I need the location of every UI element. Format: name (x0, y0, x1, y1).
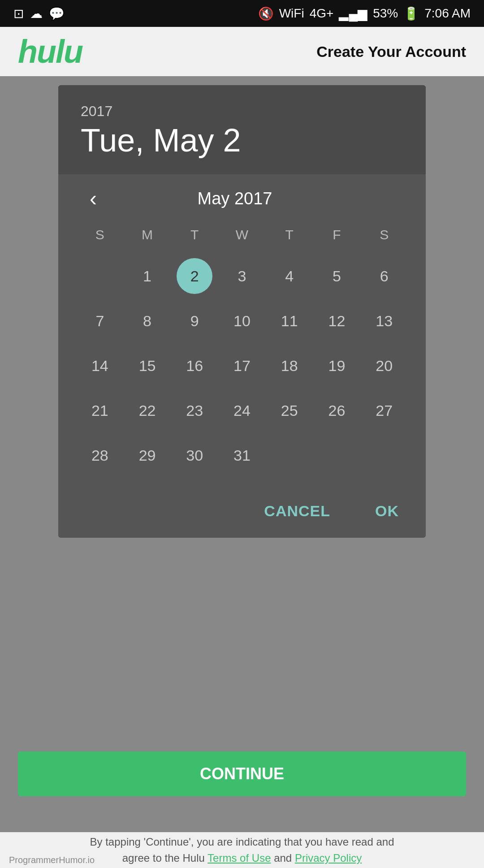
calendar-weekdays: S M T W T F S (76, 223, 408, 247)
hulu-logo: hulu (18, 33, 82, 70)
time-label: 7:06 AM (424, 6, 471, 21)
day-cell-18[interactable]: 18 (266, 345, 313, 386)
day-9[interactable]: 9 (177, 303, 212, 339)
day-29[interactable]: 29 (130, 437, 165, 473)
battery-label: 53% (373, 6, 398, 21)
footer-and: and (274, 852, 295, 864)
day-6[interactable]: 6 (366, 258, 402, 294)
weekday-fri: F (313, 223, 361, 247)
day-cell-7[interactable]: 7 (76, 301, 124, 341)
privacy-policy-link[interactable]: Privacy Policy (295, 852, 362, 864)
day-30[interactable]: 30 (177, 437, 212, 473)
day-cell-5[interactable]: 5 (313, 256, 361, 296)
footer-text-line2: agree to the Hulu Terms of Use and Priva… (90, 850, 394, 866)
day-2-selected[interactable]: 2 (177, 258, 212, 294)
status-icons-right: 🔇 WiFi 4G+ ▂▄▆ 53% 🔋 7:06 AM (258, 6, 471, 21)
day-31[interactable]: 31 (224, 437, 260, 473)
day-empty-3 (360, 435, 408, 475)
battery-icon: 🔋 (403, 6, 419, 21)
day-cell-9[interactable]: 9 (171, 301, 218, 341)
day-cell-25[interactable]: 25 (266, 390, 313, 431)
weekday-sat: S (360, 223, 408, 247)
date-picker-header: 2017 Tue, May 2 (58, 85, 426, 174)
day-cell-16[interactable]: 16 (171, 345, 218, 386)
day-16[interactable]: 16 (177, 348, 212, 384)
day-cell-30[interactable]: 30 (171, 435, 218, 475)
day-cell-15[interactable]: 15 (124, 345, 171, 386)
status-icons-left: ⊡ ☁ 💬 (13, 6, 65, 21)
dialog-actions: CANCEL OK (58, 489, 426, 538)
calendar-nav: ‹ May 2017 (76, 188, 408, 209)
weekday-thu: T (266, 223, 313, 247)
day-cell-21[interactable]: 21 (76, 390, 124, 431)
day-15[interactable]: 15 (130, 348, 165, 384)
day-12[interactable]: 12 (319, 303, 354, 339)
date-picker-year: 2017 (81, 103, 403, 120)
day-27[interactable]: 27 (366, 393, 402, 428)
cancel-button[interactable]: CANCEL (255, 498, 339, 524)
day-cell-12[interactable]: 12 (313, 301, 361, 341)
day-4[interactable]: 4 (272, 258, 307, 294)
day-cell-4[interactable]: 4 (266, 256, 313, 296)
wifi-icon: WiFi (279, 6, 304, 21)
day-cell (76, 256, 124, 296)
day-14[interactable]: 14 (82, 348, 118, 384)
day-3[interactable]: 3 (224, 258, 260, 294)
day-1[interactable]: 1 (130, 258, 165, 294)
day-cell-11[interactable]: 11 (266, 301, 313, 341)
day-22[interactable]: 22 (130, 393, 165, 428)
day-13[interactable]: 13 (366, 303, 402, 339)
day-cell-26[interactable]: 26 (313, 390, 361, 431)
day-cell-29[interactable]: 29 (124, 435, 171, 475)
day-cell-17[interactable]: 17 (218, 345, 266, 386)
day-18[interactable]: 18 (272, 348, 307, 384)
day-cell-3[interactable]: 3 (218, 256, 266, 296)
app-header: hulu Create Your Account (0, 27, 484, 76)
day-cell-6[interactable]: 6 (360, 256, 408, 296)
continue-button[interactable]: CONTINUE (18, 751, 466, 796)
day-cell-1[interactable]: 1 (124, 256, 171, 296)
day-cell-22[interactable]: 22 (124, 390, 171, 431)
terms-of-use-link[interactable]: Terms of Use (207, 852, 271, 864)
day-empty (82, 258, 118, 294)
day-cell-20[interactable]: 20 (360, 345, 408, 386)
footer-text-line1: By tapping 'Continue', you are indicatin… (90, 834, 394, 850)
day-cell-24[interactable]: 24 (218, 390, 266, 431)
day-cell-13[interactable]: 13 (360, 301, 408, 341)
footer: By tapping 'Continue', you are indicatin… (0, 832, 484, 868)
day-7[interactable]: 7 (82, 303, 118, 339)
day-8[interactable]: 8 (130, 303, 165, 339)
day-5[interactable]: 5 (319, 258, 354, 294)
day-25[interactable]: 25 (272, 393, 307, 428)
day-cell-8[interactable]: 8 (124, 301, 171, 341)
day-cell-28[interactable]: 28 (76, 435, 124, 475)
signal-bars-icon: ▂▄▆ (339, 6, 367, 21)
day-cell-27[interactable]: 27 (360, 390, 408, 431)
day-24[interactable]: 24 (224, 393, 260, 428)
day-cell-19[interactable]: 19 (313, 345, 361, 386)
weekday-wed: W (218, 223, 266, 247)
day-28[interactable]: 28 (82, 437, 118, 473)
date-picker-overlay: 2017 Tue, May 2 ‹ May 2017 S M T W T (0, 76, 484, 832)
day-cell-10[interactable]: 10 (218, 301, 266, 341)
day-cell-14[interactable]: 14 (76, 345, 124, 386)
signal-label: 4G+ (310, 6, 334, 21)
day-19[interactable]: 19 (319, 348, 354, 384)
date-picker-day: Tue, May 2 (81, 124, 403, 156)
ok-button[interactable]: OK (366, 498, 408, 524)
day-cell-2[interactable]: 2 (171, 256, 218, 296)
calendar-month-year: May 2017 (198, 189, 272, 208)
day-11[interactable]: 11 (272, 303, 307, 339)
watermark: ProgrammerHumor.io (9, 855, 95, 865)
day-21[interactable]: 21 (82, 393, 118, 428)
day-cell-23[interactable]: 23 (171, 390, 218, 431)
day-cell-31[interactable]: 31 (218, 435, 266, 475)
day-10[interactable]: 10 (224, 303, 260, 339)
prev-month-button[interactable]: ‹ (85, 188, 101, 209)
day-20[interactable]: 20 (366, 348, 402, 384)
status-bar: ⊡ ☁ 💬 🔇 WiFi 4G+ ▂▄▆ 53% 🔋 7:06 AM (0, 0, 484, 27)
day-17[interactable]: 17 (224, 348, 260, 384)
calendar-days: 1 2 3 4 5 6 7 8 9 10 11 12 13 14 15 (76, 256, 408, 475)
day-23[interactable]: 23 (177, 393, 212, 428)
day-26[interactable]: 26 (319, 393, 354, 428)
